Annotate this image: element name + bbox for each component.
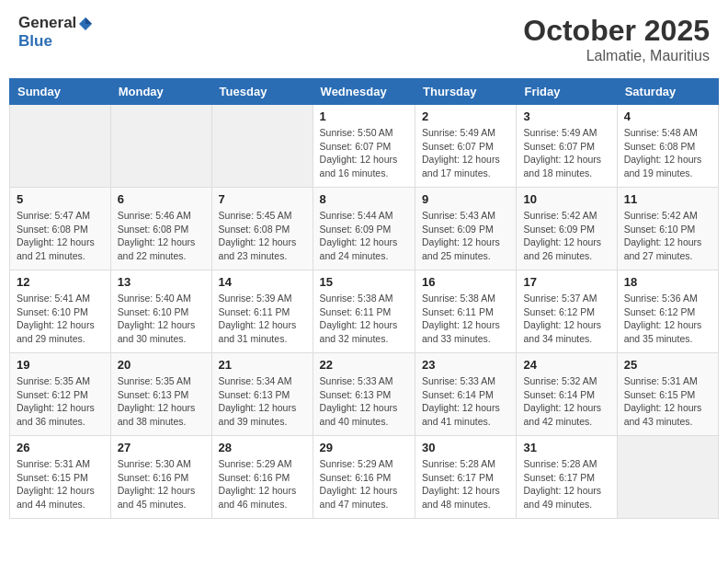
calendar-cell-w1-d3 [211,105,313,188]
day-info: Sunrise: 5:37 AMSunset: 6:12 PMDaylight:… [523,292,609,346]
title-area: October 2025 Lalmatie, Mauritius [523,14,710,64]
day-number: 6 [118,192,205,206]
day-number: 18 [624,275,711,289]
col-wednesday: Wednesday [313,79,415,105]
day-number: 2 [422,109,509,123]
day-info: Sunrise: 5:36 AMSunset: 6:12 PMDaylight:… [624,292,711,346]
calendar-cell-w2-d5: 9 Sunrise: 5:43 AMSunset: 6:09 PMDayligh… [415,188,517,270]
calendar-cell-w1-d6: 3 Sunrise: 5:49 AMSunset: 6:07 PMDayligh… [517,105,617,188]
calendar-cell-w5-d1: 26 Sunrise: 5:31 AMSunset: 6:15 PMDaylig… [10,436,111,519]
day-number: 11 [624,192,711,206]
day-number: 25 [624,358,711,372]
day-info: Sunrise: 5:46 AMSunset: 6:08 PMDaylight:… [118,209,205,263]
day-info: Sunrise: 5:28 AMSunset: 6:17 PMDaylight:… [422,457,509,511]
day-info: Sunrise: 5:35 AMSunset: 6:13 PMDaylight:… [118,374,205,429]
day-info: Sunrise: 5:44 AMSunset: 6:09 PMDaylight:… [320,209,408,263]
calendar-header-row: Sunday Monday Tuesday Wednesday Thursday… [10,79,719,105]
calendar-cell-w4-d6: 24 Sunrise: 5:32 AMSunset: 6:14 PMDaylig… [517,353,617,436]
calendar-cell-w4-d1: 19 Sunrise: 5:35 AMSunset: 6:12 PMDaylig… [10,353,111,436]
week-row-4: 19 Sunrise: 5:35 AMSunset: 6:12 PMDaylig… [10,353,719,436]
day-info: Sunrise: 5:43 AMSunset: 6:09 PMDaylight:… [422,209,509,263]
calendar-cell-w2-d7: 11 Sunrise: 5:42 AMSunset: 6:10 PMDaylig… [617,188,718,270]
day-info: Sunrise: 5:38 AMSunset: 6:11 PMDaylight:… [320,292,408,346]
day-info: Sunrise: 5:39 AMSunset: 6:11 PMDaylight:… [219,292,306,346]
calendar-cell-w4-d3: 21 Sunrise: 5:34 AMSunset: 6:13 PMDaylig… [211,353,313,436]
day-info: Sunrise: 5:30 AMSunset: 6:16 PMDaylight:… [118,457,205,511]
calendar-cell-w4-d5: 23 Sunrise: 5:33 AMSunset: 6:14 PMDaylig… [415,353,517,436]
day-number: 3 [523,109,609,123]
day-number: 9 [422,192,509,206]
week-row-5: 26 Sunrise: 5:31 AMSunset: 6:15 PMDaylig… [10,436,719,519]
calendar-cell-w3-d4: 15 Sunrise: 5:38 AMSunset: 6:11 PMDaylig… [313,270,415,353]
day-number: 30 [422,441,509,454]
calendar-cell-w2-d1: 5 Sunrise: 5:47 AMSunset: 6:08 PMDayligh… [10,188,111,270]
day-info: Sunrise: 5:33 AMSunset: 6:13 PMDaylight:… [320,374,408,429]
day-number: 21 [219,358,306,372]
day-info: Sunrise: 5:42 AMSunset: 6:10 PMDaylight:… [624,209,711,263]
col-friday: Friday [517,79,617,105]
day-info: Sunrise: 5:29 AMSunset: 6:16 PMDaylight:… [219,457,306,511]
calendar-cell-w1-d5: 2 Sunrise: 5:49 AMSunset: 6:07 PMDayligh… [415,105,517,188]
calendar-cell-w1-d1 [10,105,111,188]
day-info: Sunrise: 5:31 AMSunset: 6:15 PMDaylight:… [624,374,711,429]
day-number: 17 [523,275,609,289]
day-number: 22 [320,358,408,372]
day-number: 5 [17,192,104,206]
day-info: Sunrise: 5:32 AMSunset: 6:14 PMDaylight:… [523,374,609,429]
day-number: 14 [219,275,306,289]
logo: General Blue [18,14,95,51]
calendar-cell-w5-d2: 27 Sunrise: 5:30 AMSunset: 6:16 PMDaylig… [110,436,211,519]
col-saturday: Saturday [617,79,718,105]
calendar-cell-w1-d2 [110,105,211,188]
calendar-cell-w2-d2: 6 Sunrise: 5:46 AMSunset: 6:08 PMDayligh… [110,188,211,270]
day-info: Sunrise: 5:45 AMSunset: 6:08 PMDaylight:… [219,209,306,263]
day-info: Sunrise: 5:42 AMSunset: 6:09 PMDaylight:… [523,209,609,263]
logo-icon [77,16,94,32]
day-info: Sunrise: 5:49 AMSunset: 6:07 PMDaylight:… [422,126,509,180]
day-number: 15 [320,275,408,289]
calendar-cell-w1-d4: 1 Sunrise: 5:50 AMSunset: 6:07 PMDayligh… [313,105,415,188]
day-info: Sunrise: 5:41 AMSunset: 6:10 PMDaylight:… [17,292,104,346]
day-info: Sunrise: 5:50 AMSunset: 6:07 PMDaylight:… [320,126,408,180]
day-number: 20 [118,358,205,372]
calendar-cell-w5-d4: 29 Sunrise: 5:29 AMSunset: 6:16 PMDaylig… [313,436,415,519]
day-number: 1 [320,109,408,123]
week-row-3: 12 Sunrise: 5:41 AMSunset: 6:10 PMDaylig… [10,270,719,353]
day-number: 23 [422,358,509,372]
calendar-table: Sunday Monday Tuesday Wednesday Thursday… [9,78,719,519]
logo-general: General [18,14,76,31]
page-header: General Blue October 2025 Lalmatie, Maur… [9,9,719,69]
day-info: Sunrise: 5:29 AMSunset: 6:16 PMDaylight:… [320,457,408,511]
calendar-cell-w3-d1: 12 Sunrise: 5:41 AMSunset: 6:10 PMDaylig… [10,270,111,353]
day-number: 27 [118,441,205,454]
day-info: Sunrise: 5:35 AMSunset: 6:12 PMDaylight:… [17,374,104,429]
calendar-cell-w3-d2: 13 Sunrise: 5:40 AMSunset: 6:10 PMDaylig… [110,270,211,353]
day-number: 4 [624,109,711,123]
month-title: October 2025 [523,14,710,48]
day-number: 19 [17,358,104,372]
calendar-cell-w3-d3: 14 Sunrise: 5:39 AMSunset: 6:11 PMDaylig… [211,270,313,353]
calendar-cell-w2-d4: 8 Sunrise: 5:44 AMSunset: 6:09 PMDayligh… [313,188,415,270]
day-number: 31 [523,441,609,454]
calendar-cell-w3-d5: 16 Sunrise: 5:38 AMSunset: 6:11 PMDaylig… [415,270,517,353]
day-number: 12 [17,275,104,289]
col-monday: Monday [110,79,211,105]
calendar-cell-w2-d6: 10 Sunrise: 5:42 AMSunset: 6:09 PMDaylig… [517,188,617,270]
day-info: Sunrise: 5:49 AMSunset: 6:07 PMDaylight:… [523,126,609,180]
day-number: 13 [118,275,205,289]
calendar-cell-w4-d7: 25 Sunrise: 5:31 AMSunset: 6:15 PMDaylig… [617,353,718,436]
day-number: 28 [219,441,306,454]
week-row-2: 5 Sunrise: 5:47 AMSunset: 6:08 PMDayligh… [10,188,719,270]
calendar-cell-w3-d6: 17 Sunrise: 5:37 AMSunset: 6:12 PMDaylig… [517,270,617,353]
day-number: 8 [320,192,408,206]
day-info: Sunrise: 5:47 AMSunset: 6:08 PMDaylight:… [17,209,104,263]
calendar-cell-w5-d3: 28 Sunrise: 5:29 AMSunset: 6:16 PMDaylig… [211,436,313,519]
calendar-cell-w1-d7: 4 Sunrise: 5:48 AMSunset: 6:08 PMDayligh… [617,105,718,188]
day-info: Sunrise: 5:28 AMSunset: 6:17 PMDaylight:… [523,457,609,511]
day-info: Sunrise: 5:34 AMSunset: 6:13 PMDaylight:… [219,374,306,429]
calendar-cell-w4-d2: 20 Sunrise: 5:35 AMSunset: 6:13 PMDaylig… [110,353,211,436]
svg-marker-1 [85,17,92,24]
day-number: 7 [219,192,306,206]
location-title: Lalmatie, Mauritius [523,48,710,64]
day-info: Sunrise: 5:38 AMSunset: 6:11 PMDaylight:… [422,292,509,346]
